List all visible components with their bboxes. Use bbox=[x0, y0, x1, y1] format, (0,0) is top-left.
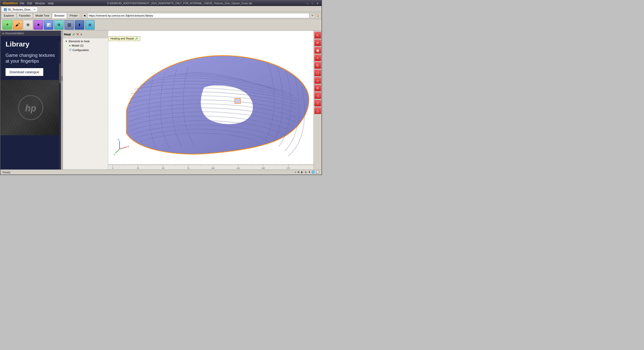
status-icon-2[interactable]: 👁 bbox=[297, 171, 300, 174]
home-button[interactable]: 🏠 bbox=[315, 13, 320, 18]
tab-textures-door[interactable]: 05_Textures_Door... ✕ bbox=[2, 7, 38, 12]
status-text: Ready bbox=[3, 171, 11, 174]
chart-tool-button[interactable]: 📊 bbox=[44, 20, 53, 30]
grid-tool-button[interactable]: ⊞ bbox=[64, 20, 74, 30]
cube-button[interactable]: ⬡ bbox=[314, 69, 321, 76]
expand-icon[interactable]: ▼ bbox=[65, 40, 68, 43]
tree-content: ▼ Elements to heal: ● Model (1) ☑ Config… bbox=[63, 38, 108, 53]
front-view-button[interactable]: ▣ bbox=[314, 47, 321, 54]
status-icon-3[interactable]: ◐ bbox=[301, 170, 303, 174]
up-button[interactable]: △ bbox=[314, 107, 321, 114]
back-button[interactable]: ◀ bbox=[82, 13, 87, 18]
browser-content: Library Game changing texturesat your fi… bbox=[1, 36, 61, 169]
export-tool-button[interactable]: ⬆ bbox=[75, 20, 84, 30]
artifact-rect bbox=[235, 99, 240, 104]
svg-text:Z: Z bbox=[118, 138, 119, 141]
right-toolbar: ↖ ✕ ▣ + ↻ ⬡ ▱ ✕ ◁ ▽ △ bbox=[313, 31, 321, 169]
svg-text:50: 50 bbox=[162, 167, 164, 169]
nav-toolbar: Explorer Favorites Model Tree Browser Pr… bbox=[1, 12, 321, 19]
library-title: Library bbox=[1, 36, 61, 51]
browser-tab[interactable]: Browser bbox=[52, 13, 67, 18]
status-icon-5[interactable]: ⬇ bbox=[308, 170, 310, 174]
texture-preview-image: hp bbox=[1, 80, 61, 135]
maximize-button[interactable]: □ bbox=[310, 2, 314, 5]
download-catalogue-button[interactable]: Download catalogue bbox=[6, 68, 43, 76]
window-title: G:\DEMO\4D_ADDITIVE\FORMNEXT_2024_DEMOPA… bbox=[54, 2, 305, 5]
documentation-link[interactable]: ▶ Documentation bbox=[1, 31, 61, 36]
layers-tool-button[interactable]: ⧉ bbox=[54, 20, 64, 30]
svg-text:25: 25 bbox=[137, 167, 139, 169]
scrollbar-thumb[interactable] bbox=[59, 63, 61, 83]
heal-toolbar: Heal ✔ ✕ ▼ bbox=[63, 31, 108, 38]
scroll-marker bbox=[61, 76, 63, 81]
app-logo: 4Dadditive bbox=[3, 2, 18, 5]
hp-logo: hp bbox=[17, 94, 45, 121]
brush-tool-button[interactable]: 🖌 bbox=[13, 20, 22, 30]
status-right-controls: ⌖ 👁 ◐ 🖱 ⬇ 🌐 💬 bbox=[295, 170, 319, 174]
rotate-button[interactable]: ↻ bbox=[314, 62, 321, 69]
heal-panel: Heal ✔ ✕ ▼ ▼ Elements to heal: ● Model (… bbox=[63, 31, 108, 169]
browser-panel: ▶ Documentation Library Game changing te… bbox=[1, 31, 61, 169]
svg-text:0: 0 bbox=[112, 167, 113, 169]
refresh-button[interactable]: ↻ bbox=[310, 13, 315, 18]
add-button[interactable]: + bbox=[314, 54, 321, 61]
svg-text:X: X bbox=[127, 145, 129, 148]
cut-button[interactable]: ✕ bbox=[314, 84, 321, 92]
menu-edit[interactable]: Edit bbox=[27, 2, 32, 5]
elements-to-heal-section[interactable]: ▼ Elements to heal: bbox=[63, 39, 108, 43]
status-icon-4[interactable]: 🖱 bbox=[304, 171, 307, 174]
status-bar: Ready ⌖ 👁 ◐ 🖱 ⬇ 🌐 💬 bbox=[1, 169, 321, 174]
menu-help[interactable]: Help bbox=[48, 2, 54, 5]
model-area: Z X Y bbox=[108, 31, 313, 169]
tab-strip: 05_Textures_Door... ✕ bbox=[1, 6, 321, 12]
heal-accept-button[interactable]: ✔ bbox=[72, 32, 75, 37]
collapse-button[interactable]: ▽ bbox=[314, 100, 321, 107]
status-icon-7[interactable]: 💬 bbox=[316, 170, 319, 174]
config-item-label: Configuration bbox=[72, 49, 89, 52]
ruler: 0 25 50 75 100 125 150 bbox=[108, 164, 313, 169]
model-tree-tab[interactable]: Model Tree bbox=[33, 13, 52, 18]
svg-text:125: 125 bbox=[236, 167, 240, 169]
add-tool-button[interactable]: + bbox=[3, 20, 12, 30]
printer-tab[interactable]: Printer bbox=[67, 13, 80, 18]
cursor-button[interactable]: ↖ bbox=[314, 32, 321, 39]
asterisk-tool-button[interactable]: ✳ bbox=[23, 20, 33, 30]
hide-button[interactable]: ◁ bbox=[314, 92, 321, 99]
heal-cancel-button[interactable]: ✕ bbox=[76, 32, 79, 37]
config-check-icon: ☑ bbox=[69, 48, 71, 52]
heal-dropdown-button[interactable]: ▼ bbox=[80, 33, 83, 36]
configuration-item[interactable]: ☑ Configuration bbox=[63, 48, 108, 52]
menu-file[interactable]: File bbox=[20, 2, 24, 5]
model-check-icon: ● bbox=[69, 44, 71, 47]
minimize-button[interactable]: — bbox=[305, 2, 309, 5]
svg-text:175: 175 bbox=[287, 167, 290, 169]
svg-text:75: 75 bbox=[187, 167, 189, 169]
status-icon-1[interactable]: ⌖ bbox=[295, 170, 296, 174]
close-x-button[interactable]: ✕ bbox=[314, 39, 321, 46]
settings-tool-button[interactable]: ⚙ bbox=[85, 20, 95, 30]
menu-bar[interactable]: File Edit Window Help bbox=[20, 2, 54, 5]
tab-label: 05_Textures_Door... bbox=[8, 8, 32, 11]
panel-divider[interactable] bbox=[61, 31, 63, 169]
3d-model-svg: Z X Y bbox=[108, 31, 313, 169]
status-icon-6[interactable]: 🌐 bbox=[311, 170, 315, 174]
svg-text:100: 100 bbox=[211, 167, 215, 169]
flatten-button[interactable]: ▱ bbox=[314, 77, 321, 84]
menu-window[interactable]: Window bbox=[35, 2, 45, 5]
heal-label: Heal bbox=[64, 32, 71, 36]
library-tagline: Game changing texturesat your fingertips bbox=[1, 51, 61, 67]
model-item[interactable]: ● Model (1) bbox=[63, 43, 108, 48]
elements-label: Elements to heal: bbox=[69, 40, 90, 43]
explorer-tab[interactable]: Explorer bbox=[2, 13, 16, 18]
model-item-label: Model (1) bbox=[72, 44, 83, 47]
ruler-svg: 0 25 50 75 100 125 150 bbox=[108, 165, 313, 169]
favorites-tab[interactable]: Favorites bbox=[17, 13, 33, 18]
close-button[interactable]: ✕ bbox=[315, 2, 319, 5]
main-icon-toolbar: + 🖌 ✳ ✦ 📊 ⧉ ⊞ ⬆ ⚙ Healing and Repair 🔗 bbox=[1, 19, 321, 31]
tab-close-button[interactable]: ✕ bbox=[33, 8, 35, 11]
star-tool-button[interactable]: ✦ bbox=[33, 20, 43, 30]
address-input[interactable] bbox=[88, 13, 309, 18]
3d-viewport[interactable]: Z X Y bbox=[108, 31, 313, 169]
browser-scrollbar[interactable] bbox=[59, 41, 61, 169]
svg-text:150: 150 bbox=[261, 167, 265, 169]
